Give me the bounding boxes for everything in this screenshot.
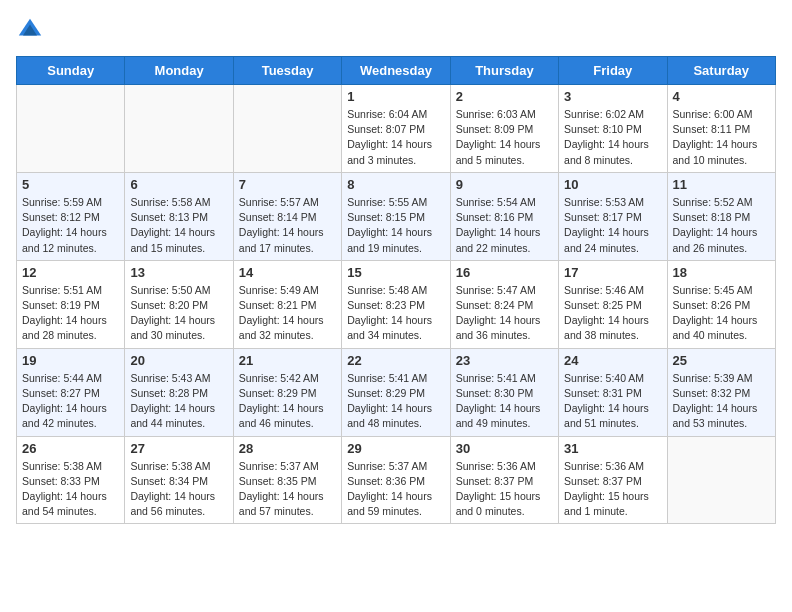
logo-icon <box>16 16 44 44</box>
cell-info: Sunrise: 5:39 AMSunset: 8:32 PMDaylight:… <box>673 371 770 432</box>
cell-info: Sunrise: 5:38 AMSunset: 8:33 PMDaylight:… <box>22 459 119 520</box>
day-of-week-header: Sunday <box>17 57 125 85</box>
calendar-cell: 14Sunrise: 5:49 AMSunset: 8:21 PMDayligh… <box>233 260 341 348</box>
day-number: 3 <box>564 89 661 104</box>
cell-info: Sunrise: 5:51 AMSunset: 8:19 PMDaylight:… <box>22 283 119 344</box>
day-number: 11 <box>673 177 770 192</box>
day-of-week-header: Wednesday <box>342 57 450 85</box>
day-of-week-header: Tuesday <box>233 57 341 85</box>
cell-info: Sunrise: 5:50 AMSunset: 8:20 PMDaylight:… <box>130 283 227 344</box>
calendar-cell: 26Sunrise: 5:38 AMSunset: 8:33 PMDayligh… <box>17 436 125 524</box>
cell-info: Sunrise: 5:37 AMSunset: 8:36 PMDaylight:… <box>347 459 444 520</box>
day-number: 26 <box>22 441 119 456</box>
cell-info: Sunrise: 5:41 AMSunset: 8:30 PMDaylight:… <box>456 371 553 432</box>
calendar-cell: 9Sunrise: 5:54 AMSunset: 8:16 PMDaylight… <box>450 172 558 260</box>
day-number: 7 <box>239 177 336 192</box>
cell-info: Sunrise: 6:04 AMSunset: 8:07 PMDaylight:… <box>347 107 444 168</box>
calendar-cell: 25Sunrise: 5:39 AMSunset: 8:32 PMDayligh… <box>667 348 775 436</box>
cell-info: Sunrise: 5:54 AMSunset: 8:16 PMDaylight:… <box>456 195 553 256</box>
calendar-cell <box>233 85 341 173</box>
calendar-cell: 12Sunrise: 5:51 AMSunset: 8:19 PMDayligh… <box>17 260 125 348</box>
calendar-cell: 21Sunrise: 5:42 AMSunset: 8:29 PMDayligh… <box>233 348 341 436</box>
day-number: 13 <box>130 265 227 280</box>
page-header <box>16 16 776 44</box>
cell-info: Sunrise: 5:57 AMSunset: 8:14 PMDaylight:… <box>239 195 336 256</box>
cell-info: Sunrise: 5:46 AMSunset: 8:25 PMDaylight:… <box>564 283 661 344</box>
calendar-cell: 7Sunrise: 5:57 AMSunset: 8:14 PMDaylight… <box>233 172 341 260</box>
calendar-cell: 11Sunrise: 5:52 AMSunset: 8:18 PMDayligh… <box>667 172 775 260</box>
cell-info: Sunrise: 5:47 AMSunset: 8:24 PMDaylight:… <box>456 283 553 344</box>
cell-info: Sunrise: 5:36 AMSunset: 8:37 PMDaylight:… <box>564 459 661 520</box>
calendar-cell: 15Sunrise: 5:48 AMSunset: 8:23 PMDayligh… <box>342 260 450 348</box>
cell-info: Sunrise: 5:45 AMSunset: 8:26 PMDaylight:… <box>673 283 770 344</box>
day-number: 29 <box>347 441 444 456</box>
day-number: 8 <box>347 177 444 192</box>
calendar-cell <box>667 436 775 524</box>
calendar-cell: 6Sunrise: 5:58 AMSunset: 8:13 PMDaylight… <box>125 172 233 260</box>
cell-info: Sunrise: 5:44 AMSunset: 8:27 PMDaylight:… <box>22 371 119 432</box>
cell-info: Sunrise: 5:59 AMSunset: 8:12 PMDaylight:… <box>22 195 119 256</box>
day-number: 15 <box>347 265 444 280</box>
day-number: 10 <box>564 177 661 192</box>
day-number: 22 <box>347 353 444 368</box>
logo <box>16 16 48 44</box>
calendar-cell: 13Sunrise: 5:50 AMSunset: 8:20 PMDayligh… <box>125 260 233 348</box>
cell-info: Sunrise: 5:58 AMSunset: 8:13 PMDaylight:… <box>130 195 227 256</box>
day-number: 23 <box>456 353 553 368</box>
cell-info: Sunrise: 5:52 AMSunset: 8:18 PMDaylight:… <box>673 195 770 256</box>
day-number: 6 <box>130 177 227 192</box>
calendar-header-row: SundayMondayTuesdayWednesdayThursdayFrid… <box>17 57 776 85</box>
day-number: 16 <box>456 265 553 280</box>
calendar-cell: 17Sunrise: 5:46 AMSunset: 8:25 PMDayligh… <box>559 260 667 348</box>
calendar-cell <box>125 85 233 173</box>
calendar-cell: 19Sunrise: 5:44 AMSunset: 8:27 PMDayligh… <box>17 348 125 436</box>
cell-info: Sunrise: 5:53 AMSunset: 8:17 PMDaylight:… <box>564 195 661 256</box>
calendar-cell: 27Sunrise: 5:38 AMSunset: 8:34 PMDayligh… <box>125 436 233 524</box>
day-number: 4 <box>673 89 770 104</box>
calendar-cell: 22Sunrise: 5:41 AMSunset: 8:29 PMDayligh… <box>342 348 450 436</box>
day-number: 17 <box>564 265 661 280</box>
calendar-cell: 5Sunrise: 5:59 AMSunset: 8:12 PMDaylight… <box>17 172 125 260</box>
day-of-week-header: Saturday <box>667 57 775 85</box>
day-number: 19 <box>22 353 119 368</box>
cell-info: Sunrise: 5:42 AMSunset: 8:29 PMDaylight:… <box>239 371 336 432</box>
calendar-cell: 10Sunrise: 5:53 AMSunset: 8:17 PMDayligh… <box>559 172 667 260</box>
cell-info: Sunrise: 5:38 AMSunset: 8:34 PMDaylight:… <box>130 459 227 520</box>
calendar-cell: 16Sunrise: 5:47 AMSunset: 8:24 PMDayligh… <box>450 260 558 348</box>
calendar-cell: 4Sunrise: 6:00 AMSunset: 8:11 PMDaylight… <box>667 85 775 173</box>
day-of-week-header: Friday <box>559 57 667 85</box>
day-number: 5 <box>22 177 119 192</box>
calendar-cell: 8Sunrise: 5:55 AMSunset: 8:15 PMDaylight… <box>342 172 450 260</box>
day-number: 14 <box>239 265 336 280</box>
calendar-week-row: 26Sunrise: 5:38 AMSunset: 8:33 PMDayligh… <box>17 436 776 524</box>
cell-info: Sunrise: 5:43 AMSunset: 8:28 PMDaylight:… <box>130 371 227 432</box>
calendar-cell: 28Sunrise: 5:37 AMSunset: 8:35 PMDayligh… <box>233 436 341 524</box>
day-of-week-header: Monday <box>125 57 233 85</box>
cell-info: Sunrise: 5:48 AMSunset: 8:23 PMDaylight:… <box>347 283 444 344</box>
calendar-cell: 30Sunrise: 5:36 AMSunset: 8:37 PMDayligh… <box>450 436 558 524</box>
calendar-cell: 18Sunrise: 5:45 AMSunset: 8:26 PMDayligh… <box>667 260 775 348</box>
day-number: 31 <box>564 441 661 456</box>
calendar-cell: 1Sunrise: 6:04 AMSunset: 8:07 PMDaylight… <box>342 85 450 173</box>
cell-info: Sunrise: 5:40 AMSunset: 8:31 PMDaylight:… <box>564 371 661 432</box>
cell-info: Sunrise: 5:41 AMSunset: 8:29 PMDaylight:… <box>347 371 444 432</box>
day-number: 12 <box>22 265 119 280</box>
day-number: 21 <box>239 353 336 368</box>
calendar-cell: 31Sunrise: 5:36 AMSunset: 8:37 PMDayligh… <box>559 436 667 524</box>
cell-info: Sunrise: 5:37 AMSunset: 8:35 PMDaylight:… <box>239 459 336 520</box>
cell-info: Sunrise: 5:49 AMSunset: 8:21 PMDaylight:… <box>239 283 336 344</box>
day-number: 27 <box>130 441 227 456</box>
day-number: 30 <box>456 441 553 456</box>
day-number: 18 <box>673 265 770 280</box>
day-number: 1 <box>347 89 444 104</box>
calendar-week-row: 1Sunrise: 6:04 AMSunset: 8:07 PMDaylight… <box>17 85 776 173</box>
calendar-week-row: 19Sunrise: 5:44 AMSunset: 8:27 PMDayligh… <box>17 348 776 436</box>
day-of-week-header: Thursday <box>450 57 558 85</box>
day-number: 28 <box>239 441 336 456</box>
cell-info: Sunrise: 5:55 AMSunset: 8:15 PMDaylight:… <box>347 195 444 256</box>
calendar-table: SundayMondayTuesdayWednesdayThursdayFrid… <box>16 56 776 524</box>
cell-info: Sunrise: 6:03 AMSunset: 8:09 PMDaylight:… <box>456 107 553 168</box>
calendar-cell: 2Sunrise: 6:03 AMSunset: 8:09 PMDaylight… <box>450 85 558 173</box>
calendar-cell: 3Sunrise: 6:02 AMSunset: 8:10 PMDaylight… <box>559 85 667 173</box>
calendar-cell: 23Sunrise: 5:41 AMSunset: 8:30 PMDayligh… <box>450 348 558 436</box>
